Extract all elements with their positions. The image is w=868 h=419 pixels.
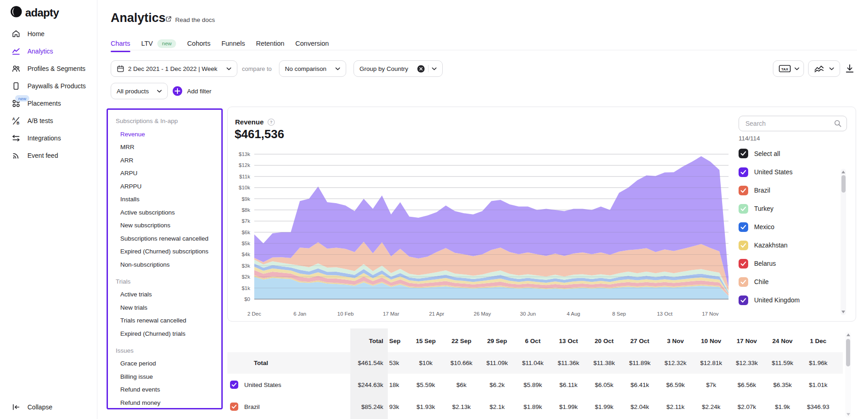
download-button[interactable] — [845, 64, 856, 75]
metric-grace-period[interactable]: Grace period — [108, 357, 221, 371]
country-checkbox[interactable] — [739, 259, 748, 269]
country-label: Brazil — [754, 187, 770, 194]
country-item-mexico[interactable]: Mexico — [739, 218, 835, 236]
tab-charts[interactable]: Charts — [111, 40, 130, 47]
collapse-label: Collapse — [27, 403, 52, 411]
sidebar-item-home[interactable]: Home — [0, 25, 97, 43]
row-checkbox[interactable] — [230, 403, 238, 411]
country-item-belarus[interactable]: Belarus — [739, 254, 835, 273]
country-checkbox[interactable] — [739, 277, 748, 287]
table-header-row: TotalSep15 Sep22 Sep29 Sep6 Oct13 Oct20 … — [227, 329, 856, 352]
country-checkbox[interactable] — [739, 295, 748, 305]
sidebar-item-paywalls-products[interactable]: Paywalls & Products — [0, 77, 97, 95]
metric-new-subscriptions[interactable]: New subscriptions — [108, 219, 221, 232]
svg-text:TAX: TAX — [781, 67, 788, 71]
country-count: 114/114 — [739, 135, 760, 142]
metric-arppu[interactable]: ARPPU — [108, 180, 221, 193]
country-item-chile[interactable]: Chile — [739, 273, 835, 291]
table-row-total: Total$461.54k53k$10k$10.66k$11.09k$11.04… — [227, 352, 856, 374]
country-search-input[interactable] — [745, 119, 834, 128]
collapse-icon — [11, 403, 21, 412]
select-all-checkbox[interactable] — [739, 149, 748, 158]
metric-arpu[interactable]: ARPU — [108, 167, 221, 180]
analytics-tabs: ChartsLTVnewCohortsFunnelsRetentionConve… — [111, 37, 329, 50]
tax-toggle-button[interactable]: TAX — [773, 60, 804, 77]
metric-non-subscriptions[interactable]: Non-subscriptions — [108, 258, 221, 271]
calendar-icon — [117, 65, 124, 73]
country-label: Belarus — [754, 260, 776, 267]
metric-arr[interactable]: ARR — [108, 154, 221, 167]
chevron-down-icon — [432, 67, 437, 70]
country-item-united-kingdom[interactable]: United Kingdom — [739, 291, 835, 309]
sidebar-item-analytics[interactable]: Analytics — [0, 43, 97, 60]
sidebar-item-event-feed[interactable]: Event feed — [0, 147, 97, 164]
collapse-button[interactable]: Collapse — [11, 399, 52, 415]
row-checkbox[interactable] — [230, 381, 238, 389]
date-range-button[interactable]: 2 Dec 2021 - 1 Dec 2022 | Week — [111, 60, 237, 77]
country-list-scrollbar[interactable] — [841, 169, 846, 315]
metric-trials-renewal-cancelled[interactable]: Trials renewal cancelled — [108, 314, 221, 328]
svg-text:$9k: $9k — [241, 196, 250, 202]
metric-subscriptions-renewal-cancelled[interactable]: Subscriptions renewal cancelled — [108, 232, 221, 245]
country-item-united-states[interactable]: United States — [739, 163, 835, 181]
country-checkbox[interactable] — [739, 186, 748, 195]
metric-installs[interactable]: Installs — [108, 193, 221, 206]
metric-new-trials[interactable]: New trials — [108, 301, 221, 314]
country-item-turkey[interactable]: Turkey — [739, 199, 835, 218]
country-label: Mexico — [754, 223, 774, 231]
svg-text:A: A — [12, 117, 15, 121]
svg-text:$12k: $12k — [239, 162, 250, 168]
clear-group-by-icon[interactable] — [417, 65, 425, 73]
chart-type-button[interactable] — [808, 60, 840, 77]
metric-active-trials[interactable]: Active trials — [108, 288, 221, 301]
svg-text:$1k: $1k — [241, 285, 250, 291]
country-checkbox[interactable] — [739, 222, 748, 232]
svg-text:8 Sep: 8 Sep — [612, 311, 626, 317]
metric-mrr[interactable]: MRR — [108, 141, 221, 154]
tab-retention[interactable]: Retention — [256, 40, 284, 47]
products-select[interactable]: All products — [111, 83, 168, 99]
select-all-row[interactable]: Select all — [739, 149, 780, 158]
country-item-brazil[interactable]: Brazil — [739, 181, 835, 199]
chevron-down-icon — [226, 67, 231, 70]
metric-revenue[interactable]: Revenue — [108, 128, 221, 141]
download-icon — [845, 64, 856, 74]
svg-text:17 Nov: 17 Nov — [702, 311, 719, 317]
sidebar-item-label: Paywalls & Products — [27, 82, 86, 90]
read-docs-link[interactable]: Read the docs — [165, 16, 215, 24]
sidebar-item-profiles-segments[interactable]: Profiles & Segments — [0, 60, 97, 77]
metric-active-subscriptions[interactable]: Active subscriptions — [108, 206, 221, 219]
svg-text:$4k: $4k — [241, 252, 250, 257]
divider — [428, 65, 429, 72]
metric-billing-issue[interactable]: Billing issue — [108, 370, 221, 383]
svg-text:$2k: $2k — [241, 274, 250, 279]
adapty-logo[interactable]: adapty — [10, 5, 59, 20]
country-checkbox[interactable] — [739, 167, 748, 177]
metric-expired-churned-subscriptions[interactable]: Expired (Churned) subscriptions — [108, 245, 221, 258]
page-title: Analytics — [111, 11, 166, 25]
metric-expired-churned-trials[interactable]: Expired (Churned) trials — [108, 327, 221, 340]
tab-conversion[interactable]: Conversion — [295, 40, 329, 47]
analytics-page: adapty HomeAnalyticsProfiles & SegmentsP… — [0, 0, 868, 419]
comparison-select[interactable]: No comparison — [279, 60, 346, 77]
group-by-select[interactable]: Group by Country — [354, 60, 443, 77]
metrics-panel: Subscriptions & In-appRevenueMRRARRARPUA… — [107, 108, 223, 409]
add-filter-button[interactable]: Add filter — [172, 83, 211, 99]
table-row-united-states: United States$244.63k18k$5.59k$6k$6.2k$5… — [227, 374, 856, 396]
country-label: Chile — [754, 278, 769, 285]
tab-funnels[interactable]: Funnels — [221, 40, 245, 47]
svg-text:$11k: $11k — [239, 174, 250, 179]
sidebar-item-integrations[interactable]: Integrations — [0, 129, 97, 147]
country-label: Turkey — [754, 205, 773, 212]
tab-cohorts[interactable]: Cohorts — [187, 40, 210, 47]
country-checkbox[interactable] — [739, 204, 748, 214]
metric-refund-money[interactable]: Refund money — [108, 396, 221, 409]
sidebar-item-placements[interactable]: Placementsnew — [0, 95, 97, 112]
tab-ltv[interactable]: LTVnew — [141, 39, 177, 48]
metric-refund-events[interactable]: Refund events — [108, 383, 221, 397]
country-search[interactable] — [739, 116, 847, 131]
country-checkbox[interactable] — [739, 241, 748, 250]
sidebar-item-a-b-tests[interactable]: ABA/B tests — [0, 112, 97, 129]
country-item-kazakhstan[interactable]: Kazakhstan — [739, 236, 835, 254]
tabs-divider — [111, 50, 857, 50]
